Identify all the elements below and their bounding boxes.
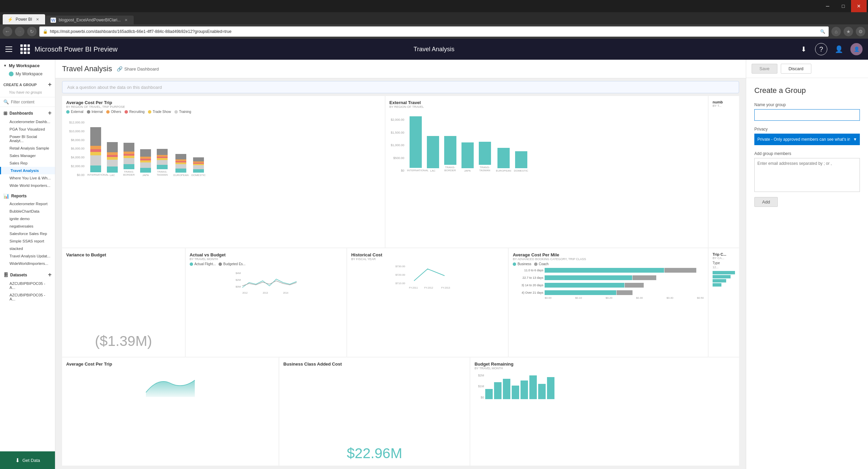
workspace-header-label: My Workspace	[9, 63, 40, 68]
sidebar-item-bubble[interactable]: BubbleChartData	[0, 208, 55, 215]
sidebar: ▼ My Workspace My Workspace CREATE A GRO…	[0, 60, 55, 469]
sidebar-item-ignite[interactable]: ignite demo	[0, 215, 55, 222]
avg-cost-subtitle: BY REGION OF TRAVEL, TRIP PURPOSE	[66, 105, 381, 109]
tab-close-icon-2[interactable]: ✕	[124, 17, 129, 23]
dashboards-plus-icon[interactable]: +	[48, 110, 52, 117]
sidebar-item-wwi[interactable]: WideWorldImporters...	[0, 260, 55, 267]
browser-tab-powerbi[interactable]: ⚡ Power BI ✕	[3, 14, 45, 24]
create-group-panel: Save Discard Create a Group Name your gr…	[746, 60, 868, 469]
historical-cost-title: Historical Cost	[351, 252, 504, 257]
external-travel-subtitle: BY REGION OF TRAVEL	[390, 105, 704, 109]
top-nav: Microsoft Power BI Preview Travel Analys…	[0, 39, 868, 60]
sidebar-item-negative[interactable]: negativesales	[0, 222, 55, 230]
maximize-button[interactable]: □	[835, 0, 851, 12]
group-name-input[interactable]	[754, 109, 860, 121]
sidebar-item-salesforce[interactable]: Salesforce Sales Rep	[0, 230, 55, 237]
sidebar-item-where-you-live[interactable]: Where You Live & Wh...	[0, 174, 55, 182]
waffle-icon[interactable]	[20, 44, 30, 54]
url-text: https://msit.powerbi.com/dashboards/165a…	[50, 29, 231, 34]
svg-text:$4M: $4M	[235, 272, 241, 275]
sidebar-item-stacked[interactable]: stacked	[0, 245, 55, 252]
avg-cost-per-trip-2-panel: Average Cost Per Trip	[62, 357, 279, 466]
tab-close-icon[interactable]: ✕	[35, 17, 40, 22]
qa-bar[interactable]: Ask a question about the data on this da…	[62, 81, 739, 93]
refresh-button[interactable]: ↻	[27, 27, 37, 36]
sidebar-item-pga[interactable]: PGA Tour Visualized	[0, 125, 55, 133]
help-icon[interactable]: ?	[815, 43, 827, 55]
get-data-button[interactable]: ⬇ Get Data	[0, 451, 55, 469]
dashboard-header: Travel Analysis 🔗 Share Dashboard	[55, 60, 746, 78]
sidebar-create-group-sub: You have no groups	[0, 90, 55, 97]
svg-text:FY-2013: FY-2013	[441, 287, 450, 289]
variance-title: Variance to Budget	[66, 252, 181, 257]
svg-text:$730.00: $730.00	[395, 265, 405, 268]
legend-item-external: External	[66, 110, 83, 114]
external-travel-title: External Travel	[390, 100, 704, 105]
external-travel-panel: External Travel BY REGION OF TRAVEL $2,0…	[385, 96, 708, 248]
avatar[interactable]: 👤	[850, 43, 863, 55]
save-button[interactable]: Save	[752, 64, 777, 74]
avg-cost-per-trip-2-title: Average Cost Per Trip	[66, 361, 275, 367]
sidebar-item-ssas[interactable]: Simple SSAS report	[0, 237, 55, 245]
sidebar-item-sales-manager[interactable]: Sales Manager	[0, 152, 55, 159]
sidebar-item-dataset-2[interactable]: AZCUBIPBIPOC05 - A...	[0, 291, 55, 303]
historical-cost-subtitle: BY FISCAL YEAR	[351, 257, 504, 261]
minimize-button[interactable]: ─	[820, 0, 835, 12]
get-data-icon: ⬇	[15, 457, 20, 464]
members-textarea[interactable]	[754, 158, 860, 192]
svg-text:FY-2011: FY-2011	[409, 287, 418, 289]
dashboard-main: Travel Analysis 🔗 Share Dashboard Ask a …	[55, 60, 746, 469]
sidebar-item-travel-analysis[interactable]: Travel Analysis	[0, 167, 55, 174]
hamburger-menu[interactable]	[5, 44, 16, 54]
create-group-title: Create a Group	[754, 86, 860, 95]
datasets-plus-icon[interactable]: +	[48, 271, 52, 278]
filter-input[interactable]	[11, 100, 52, 104]
datasets-label: Datasets	[10, 273, 27, 277]
sidebar-item-travel-update[interactable]: Travel Analysis Updat...	[0, 252, 55, 260]
svg-text:$720.00: $720.00	[395, 273, 405, 276]
sidebar-item-retail[interactable]: Retail Analysis Sample	[0, 144, 55, 152]
datasets-section-header[interactable]: 🗄 Datasets +	[0, 269, 55, 280]
sidebar-item-my-workspace[interactable]: My Workspace	[0, 70, 55, 78]
reports-section-header[interactable]: 📊 Reports	[0, 191, 55, 200]
sidebar-item-powerbi-social[interactable]: Power BI Social Analyt...	[0, 133, 55, 144]
avg-cost-title: Average Cost Per Trip	[66, 100, 381, 105]
sidebar-workspace-header[interactable]: ▼ My Workspace	[0, 60, 55, 70]
sidebar-item-sales-rep[interactable]: Sales Rep	[0, 159, 55, 167]
trip-class-panel: Trip C... BY CA... Type 12...	[709, 248, 739, 356]
home-button[interactable]: ⌂	[831, 27, 841, 36]
add-button[interactable]: Add	[754, 197, 778, 207]
legend-item-recruiting: Recruiting	[125, 110, 145, 114]
legend-item-others: Others	[106, 110, 121, 114]
settings-button[interactable]: ⚙	[856, 27, 865, 36]
legend-item-tradeshow: Trade Show	[148, 110, 171, 114]
filter-search-icon: 🔍	[3, 99, 9, 104]
close-window-button[interactable]: ✕	[851, 0, 867, 12]
legend-item-internal: Internal	[87, 110, 103, 114]
discard-button[interactable]: Discard	[781, 64, 811, 74]
sidebar-item-accelerometer[interactable]: Accelerometer Dashb...	[0, 118, 55, 125]
sidebar-item-acc-report[interactable]: Accelerometer Report	[0, 200, 55, 208]
forward-button[interactable]: →	[15, 27, 24, 36]
workspace-icon	[9, 72, 14, 76]
user-icon[interactable]: 👤	[833, 43, 845, 55]
reports-label: Reports	[11, 194, 26, 198]
share-dashboard-button[interactable]: 🔗 Share Dashboard	[117, 66, 159, 72]
sidebar-item-wide-world[interactable]: Wide World Importers...	[0, 182, 55, 189]
sidebar-create-group-header[interactable]: CREATE A GROUP +	[0, 78, 55, 90]
svg-text:2014: 2014	[283, 292, 288, 294]
dashboards-label: Dashboards	[10, 111, 33, 116]
dashboards-section-header[interactable]: ⊞ Dashboards +	[0, 107, 55, 118]
address-bar[interactable]: 🔒 https://msit.powerbi.com/dashboards/16…	[39, 26, 829, 37]
variance-value: ($1.39M)	[66, 330, 181, 353]
variance-panel: Variance to Budget ($1.39M)	[62, 248, 185, 356]
create-group-plus-icon[interactable]: +	[48, 81, 52, 88]
download-icon[interactable]: ⬇	[797, 43, 810, 55]
back-button[interactable]: ←	[3, 27, 12, 36]
browser-tab-excel[interactable]: W blogpost_ExcelAndPowerBIClari... ✕	[46, 16, 134, 24]
chevron-down-icon: ▼	[3, 64, 7, 67]
privacy-select[interactable]: Private - Only approved members can see …	[754, 134, 860, 145]
legend-item-training: Training	[174, 110, 191, 114]
star-button[interactable]: ★	[844, 27, 853, 36]
sidebar-item-dataset-1[interactable]: AZCUBIPBIPOC05 - A...	[0, 280, 55, 291]
